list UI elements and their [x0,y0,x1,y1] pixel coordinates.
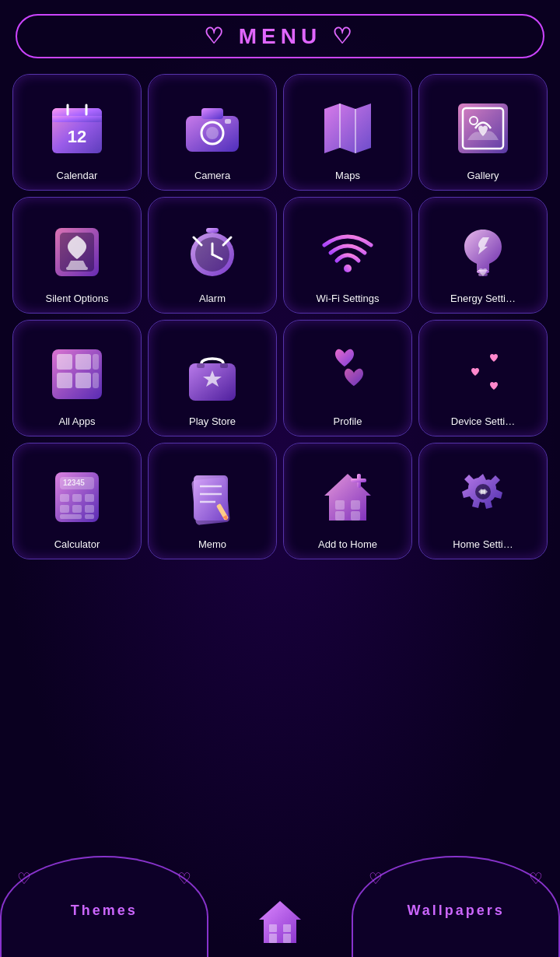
svg-point-70 [481,489,485,494]
play-store-label: Play Store [189,415,236,428]
svg-rect-38 [197,363,205,368]
app-grid: 12 Calendar Camera [0,68,560,566]
calculator-icon: 12345 [42,462,112,532]
memo-icon [177,462,247,532]
add-to-home-icon [313,462,383,532]
svg-rect-44 [55,472,99,522]
svg-rect-10 [225,119,231,124]
svg-line-23 [212,254,222,259]
app-home-settings[interactable]: Home Setti… [418,443,548,559]
svg-point-69 [475,484,491,500]
svg-line-25 [223,237,231,245]
svg-rect-67 [357,474,361,488]
silent-options-label: Silent Options [46,293,109,305]
svg-rect-34 [75,373,91,388]
svg-rect-73 [283,924,291,932]
svg-marker-61 [222,515,229,522]
alarm-icon [177,216,247,286]
svg-rect-2 [52,116,102,122]
svg-rect-39 [220,363,228,368]
app-energy-settings[interactable]: Energy Setti… [418,197,548,314]
device-settings-icon [448,339,518,409]
camera-label: Camera [194,170,230,182]
svg-rect-72 [269,924,277,932]
nav-home[interactable] [208,895,352,957]
svg-rect-75 [283,934,291,943]
svg-rect-64 [351,500,360,510]
svg-rect-32 [75,354,91,370]
svg-rect-31 [57,354,72,370]
play-store-icon [177,339,247,409]
app-silent-options[interactable]: Silent Options [12,197,142,314]
menu-title: ♡ MENU ♡ [204,24,356,48]
svg-rect-30 [52,349,102,399]
svg-point-20 [191,233,234,276]
app-memo[interactable]: Memo [148,443,277,559]
svg-rect-37 [189,363,236,401]
home-icon [253,895,307,949]
svg-rect-74 [269,934,277,943]
svg-text:12: 12 [68,127,86,146]
app-calculator[interactable]: 12345 Calculator [12,443,142,559]
svg-point-8 [201,122,223,144]
themes-heart-right: ♡ [177,869,191,888]
gallery-icon [448,93,518,163]
svg-marker-40 [203,370,222,387]
svg-rect-19 [66,267,88,270]
svg-rect-65 [335,511,345,521]
svg-rect-50 [60,505,69,513]
svg-rect-52 [85,505,94,513]
svg-rect-55 [191,477,230,525]
svg-point-27 [344,265,352,272]
svg-marker-71 [259,901,301,943]
app-gallery[interactable]: Gallery [418,74,548,191]
maps-icon [313,93,383,163]
app-wifi-settings[interactable]: Wi-Fi Settings [283,197,412,314]
svg-rect-6 [186,116,239,152]
energy-settings-label: Energy Setti… [450,293,516,305]
energy-settings-icon [448,216,518,286]
app-device-settings[interactable]: Device Setti… [418,320,548,436]
nav-wallpapers[interactable]: ♡ ♡ Wallpapers [352,856,560,957]
all-apps-icon [42,339,112,409]
wifi-icon [313,216,383,286]
svg-line-24 [194,237,201,245]
app-play-store[interactable]: Play Store [148,320,277,436]
silent-options-icon [42,216,112,286]
svg-marker-62 [324,474,371,521]
all-apps-label: All Apps [59,415,96,428]
nav-themes[interactable]: ♡ ♡ Themes [0,856,208,957]
svg-rect-17 [55,228,99,276]
svg-rect-1 [52,108,102,122]
svg-rect-14 [458,103,508,153]
gallery-label: Gallery [467,170,499,182]
svg-rect-60 [216,503,229,521]
svg-rect-36 [93,373,99,388]
profile-icon [313,339,383,409]
app-camera[interactable]: Camera [148,74,277,191]
calculator-label: Calculator [54,538,100,551]
app-calendar[interactable]: 12 Calendar [12,74,142,191]
svg-text:12345: 12345 [63,478,85,487]
svg-rect-33 [57,373,72,388]
bottom-navigation: ♡ ♡ Themes ♡ ♡ Wallpapers [0,840,560,957]
svg-rect-18 [60,233,94,272]
app-all-apps[interactable]: All Apps [12,320,142,436]
app-profile[interactable]: Profile [283,320,412,436]
app-add-to-home[interactable]: Add to Home [283,443,412,559]
svg-rect-7 [201,108,223,119]
svg-point-16 [470,117,478,124]
home-settings-icon [448,462,518,532]
svg-rect-48 [72,494,82,502]
app-alarm[interactable]: Alarm [148,197,277,314]
themes-label: Themes [71,903,138,919]
svg-marker-11 [324,103,371,153]
calendar-label: Calendar [57,170,98,182]
wallpapers-heart-right: ♡ [529,869,543,888]
calendar-icon: 12 [42,93,112,163]
svg-point-21 [195,237,229,272]
menu-header: ♡ MENU ♡ [16,14,544,58]
svg-point-9 [206,127,219,139]
app-maps[interactable]: Maps [283,74,412,191]
svg-rect-66 [351,511,360,521]
